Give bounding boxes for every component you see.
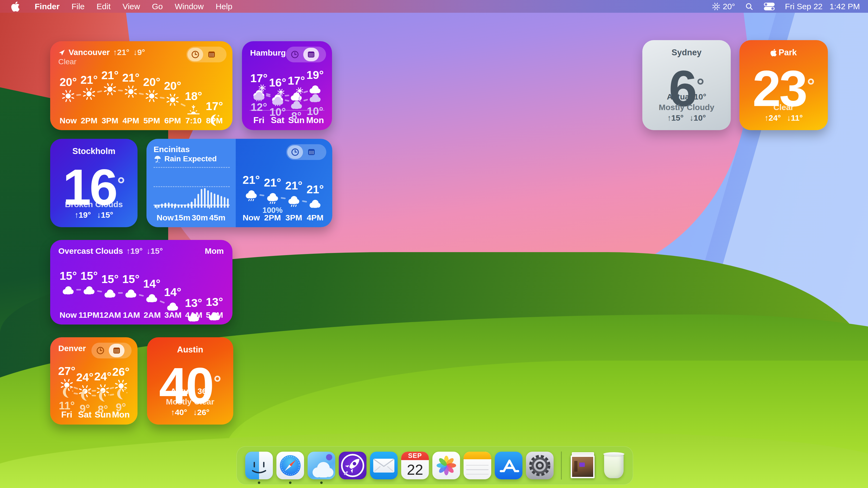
hour-label: 2AM	[142, 311, 163, 320]
daily-view-toggle-button[interactable]	[109, 344, 124, 357]
cloud-icon	[308, 90, 323, 105]
hour-forecast: 21° 100%	[262, 169, 283, 205]
dock-icon-system-settings[interactable]	[526, 452, 554, 479]
hour-temperature: 15°	[81, 270, 98, 282]
hour-temperature: 14°	[143, 278, 161, 290]
precipitation-bars	[155, 167, 229, 208]
menu-items: FileEditViewGoWindowHelp	[66, 2, 239, 11]
sun-icon	[82, 86, 97, 101]
widget-location: Denver	[58, 344, 86, 353]
day-high-temperature: 16°	[269, 77, 286, 88]
daily-view-toggle-button[interactable]	[303, 48, 319, 61]
hour-forecast: 18°	[183, 67, 204, 109]
view-toggle[interactable]	[286, 144, 326, 160]
dock-icon-finder[interactable]	[245, 452, 273, 479]
cloud-icon	[123, 286, 138, 301]
hour-temperature: 15°	[60, 270, 77, 282]
hourly-view-toggle-button[interactable]	[287, 48, 303, 61]
menubar-clock[interactable]: Fri Sep 22 1:42 PM	[785, 2, 860, 11]
hour-label: 4PM	[120, 116, 141, 125]
widget-park[interactable]: Park 23° Clear ↑24°↓11°	[739, 40, 828, 130]
day-forecast: 24° 8°	[94, 362, 112, 402]
sun-icon	[61, 88, 76, 104]
cloud-icon	[61, 282, 76, 297]
hourly-view-toggle-button[interactable]	[287, 145, 303, 159]
widget-hamburg-daily[interactable]: Hamburg 17° 12° 16° 10° 17° 8° 19°	[242, 41, 332, 130]
widget-encinitas-precipitation[interactable]: Encinitas Rain Expected Now15m30m45m 21°…	[147, 139, 332, 227]
dock-icon-mail[interactable]	[370, 452, 398, 479]
daily-view-toggle-button[interactable]	[304, 145, 319, 159]
dock-item-screenshot-stack[interactable]	[569, 452, 597, 479]
chart-axis	[154, 205, 230, 209]
dock-icon-trash[interactable]	[600, 452, 628, 479]
hour-temperature: 17°	[206, 101, 223, 112]
day-low-temperature: 10°	[269, 106, 286, 118]
day-high-temperature: 26°	[112, 366, 130, 378]
hourly-panel: 21° 21° 100% 21° 21° Now2PM3PM4PM	[236, 139, 332, 227]
view-toggle[interactable]	[186, 46, 226, 62]
apple-logo-icon	[770, 49, 777, 56]
calendar-month: SEP	[401, 452, 429, 460]
cloud-icon	[207, 308, 222, 323]
hourly-view-toggle-button[interactable]	[93, 344, 108, 357]
menu-item-window[interactable]: Window	[169, 2, 210, 11]
hour-label: 1AM	[121, 311, 142, 320]
moon-icon	[77, 387, 93, 402]
dock-icon-calendar[interactable]: SEP 22	[401, 452, 429, 479]
widget-location: Austin	[147, 345, 233, 355]
moon-cloud-rain-icon	[251, 86, 267, 101]
view-toggle[interactable]	[286, 46, 326, 62]
spotlight-search-icon[interactable]	[745, 2, 753, 11]
menu-bar: Finder FileEditViewGoWindowHelp 20° Fri …	[0, 0, 868, 13]
menu-item-help[interactable]: Help	[210, 2, 239, 11]
dock-icon-rocket[interactable]	[339, 452, 367, 479]
apple-menu-icon[interactable]	[11, 1, 20, 12]
widget-condition: Clear	[58, 58, 76, 66]
widget-denver-daily[interactable]: Denver 27° 11° 24° 9° 24° 8° 26°	[50, 337, 137, 425]
daily-view-toggle-button[interactable]	[204, 48, 219, 61]
hour-forecast: 14°	[162, 264, 183, 304]
dock-icon-weather[interactable]	[308, 452, 335, 479]
menu-item-edit[interactable]: Edit	[91, 2, 117, 11]
hour-label: Now	[58, 116, 79, 125]
menu-item-file[interactable]: File	[66, 2, 91, 11]
day-low-temperature: 9°	[80, 403, 90, 414]
view-toggle[interactable]	[91, 343, 131, 358]
hour-label: 12AM	[99, 311, 121, 320]
dock-icon-app-store[interactable]	[495, 452, 522, 479]
widget-austin[interactable]: Austin 40° Actual 36° Mostly Clear ↑40°↓…	[147, 337, 233, 425]
dock-icon-photos[interactable]	[432, 452, 460, 479]
hourly-forecast-chart: 21° 21° 100% 21° 21°	[241, 169, 326, 205]
hour-temperature: 21°	[101, 70, 119, 81]
widget-stockholm[interactable]: Stockholm 16° Broken Clouds ↑19°↓15°	[50, 139, 137, 227]
chart-axis-labels: Now15m30m45m	[154, 213, 230, 222]
hourly-view-toggle-button[interactable]	[187, 48, 203, 61]
hour-temperature: 20°	[164, 80, 182, 92]
widget-vancouver-hourly[interactable]: Vancouver ↑21°↓9° Clear 20° 21° 21° 21° …	[50, 41, 232, 130]
hour-forecast: 21°	[304, 169, 326, 205]
daily-forecast-chart: 17° 12° 16° 10° 17° 8° 19° 10°	[250, 66, 324, 107]
cloud-icon	[102, 286, 118, 301]
hour-label: 3PM	[283, 213, 305, 222]
menu-item-go[interactable]: Go	[146, 2, 169, 11]
cloud-icon	[308, 196, 323, 211]
widget-low: ↓10°	[689, 112, 706, 123]
dock-icon-notes[interactable]	[464, 452, 491, 479]
menubar-weather-item[interactable]: 20°	[712, 2, 735, 11]
sun-icon	[165, 92, 180, 107]
day-low-temperature: 11°	[59, 400, 74, 411]
widget-location: Park	[739, 48, 828, 58]
widget-low: ↓9°	[133, 48, 145, 57]
calendar-day: 22	[401, 460, 429, 479]
dock-icon-safari[interactable]	[276, 452, 304, 479]
control-center-icon[interactable]	[763, 2, 775, 11]
dock: SEP 22	[237, 446, 633, 485]
axis-tick	[156, 205, 157, 209]
widget-low: ↓11°	[787, 112, 803, 123]
hour-forecast: 21°	[241, 169, 262, 205]
widget-sydney[interactable]: Sydney 6° Actual 10° Mostly Cloudy ↑15°↓…	[642, 40, 731, 130]
widget-mom-hourly[interactable]: Overcast Clouds ↑19°↓15° Mom 15° 15° 15°…	[50, 240, 232, 325]
app-menu-finder[interactable]: Finder	[29, 2, 66, 11]
menu-item-view[interactable]: View	[117, 2, 146, 11]
hour-temperature: 20°	[60, 76, 77, 88]
